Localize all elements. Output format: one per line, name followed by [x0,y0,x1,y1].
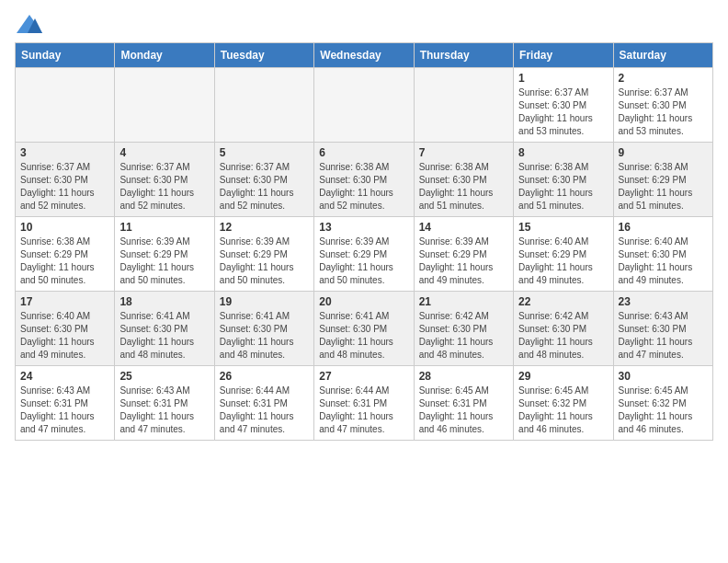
day-number: 20 [319,295,408,308]
day-number: 30 [619,370,708,383]
day-number: 14 [419,221,508,234]
day-info: Sunrise: 6:39 AM Sunset: 6:29 PM Dayligh… [319,236,408,287]
day-info: Sunrise: 6:42 AM Sunset: 6:30 PM Dayligh… [518,310,608,362]
calendar-cell: 2Sunrise: 6:37 AM Sunset: 6:30 PM Daylig… [613,68,712,143]
day-number: 29 [518,370,608,383]
day-info: Sunrise: 6:43 AM Sunset: 6:30 PM Dayligh… [619,310,708,362]
day-number: 28 [419,370,508,383]
day-number: 23 [619,295,708,308]
calendar-cell: 1Sunrise: 6:37 AM Sunset: 6:30 PM Daylig… [514,68,613,143]
day-info: Sunrise: 6:40 AM Sunset: 6:30 PM Dayligh… [20,310,109,362]
day-info: Sunrise: 6:37 AM Sunset: 6:30 PM Dayligh… [518,86,608,138]
calendar-cell: 3Sunrise: 6:37 AM Sunset: 6:30 PM Daylig… [16,143,115,217]
day-number: 12 [220,221,309,234]
calendar-cell: 18Sunrise: 6:41 AM Sunset: 6:30 PM Dayli… [115,292,214,366]
weekday-header: Saturday [613,43,712,68]
calendar-cell: 30Sunrise: 6:45 AM Sunset: 6:32 PM Dayli… [613,366,712,441]
day-number: 3 [20,146,109,159]
calendar-week-row: 1Sunrise: 6:37 AM Sunset: 6:30 PM Daylig… [16,68,713,143]
day-info: Sunrise: 6:43 AM Sunset: 6:31 PM Dayligh… [119,385,209,436]
calendar-header-row: SundayMondayTuesdayWednesdayThursdayFrid… [16,43,713,68]
day-info: Sunrise: 6:44 AM Sunset: 6:31 PM Dayligh… [319,385,408,436]
day-info: Sunrise: 6:45 AM Sunset: 6:32 PM Dayligh… [619,385,708,436]
day-number: 10 [20,221,109,234]
calendar-cell: 8Sunrise: 6:38 AM Sunset: 6:30 PM Daylig… [514,143,613,217]
day-info: Sunrise: 6:38 AM Sunset: 6:29 PM Dayligh… [20,236,109,287]
day-number: 22 [518,295,608,308]
calendar-cell: 26Sunrise: 6:44 AM Sunset: 6:31 PM Dayli… [214,366,313,441]
calendar-cell: 22Sunrise: 6:42 AM Sunset: 6:30 PM Dayli… [514,292,613,366]
day-number: 16 [619,221,708,234]
day-info: Sunrise: 6:38 AM Sunset: 6:30 PM Dayligh… [419,161,508,213]
calendar-cell: 13Sunrise: 6:39 AM Sunset: 6:29 PM Dayli… [314,217,414,292]
calendar-cell [16,68,115,143]
day-info: Sunrise: 6:45 AM Sunset: 6:31 PM Dayligh… [419,385,508,436]
day-info: Sunrise: 6:38 AM Sunset: 6:30 PM Dayligh… [319,161,408,213]
calendar-cell: 5Sunrise: 6:37 AM Sunset: 6:30 PM Daylig… [214,143,313,217]
calendar-cell: 24Sunrise: 6:43 AM Sunset: 6:31 PM Dayli… [16,366,115,441]
day-info: Sunrise: 6:41 AM Sunset: 6:30 PM Dayligh… [119,310,209,362]
day-number: 21 [419,295,508,308]
day-info: Sunrise: 6:42 AM Sunset: 6:30 PM Dayligh… [419,310,508,362]
calendar-cell [115,68,214,143]
day-info: Sunrise: 6:45 AM Sunset: 6:32 PM Dayligh… [518,385,608,436]
calendar-cell: 15Sunrise: 6:40 AM Sunset: 6:29 PM Dayli… [514,217,613,292]
day-number: 19 [220,295,309,308]
calendar-cell: 9Sunrise: 6:38 AM Sunset: 6:29 PM Daylig… [613,143,712,217]
day-info: Sunrise: 6:41 AM Sunset: 6:30 PM Dayligh… [220,310,309,362]
weekday-header: Friday [514,43,613,68]
day-info: Sunrise: 6:43 AM Sunset: 6:31 PM Dayligh… [20,385,109,436]
day-number: 25 [119,370,209,383]
calendar-cell [214,68,313,143]
calendar-body: 1Sunrise: 6:37 AM Sunset: 6:30 PM Daylig… [16,68,713,441]
day-number: 8 [518,146,608,159]
calendar-cell: 17Sunrise: 6:40 AM Sunset: 6:30 PM Dayli… [16,292,115,366]
weekday-header: Monday [115,43,214,68]
day-info: Sunrise: 6:40 AM Sunset: 6:29 PM Dayligh… [518,236,608,287]
day-number: 2 [619,72,708,85]
day-info: Sunrise: 6:39 AM Sunset: 6:29 PM Dayligh… [220,236,309,287]
calendar-cell: 25Sunrise: 6:43 AM Sunset: 6:31 PM Dayli… [115,366,214,441]
logo [15,15,42,33]
logo-icon [17,15,42,33]
calendar-cell: 16Sunrise: 6:40 AM Sunset: 6:30 PM Dayli… [613,217,712,292]
calendar-cell: 27Sunrise: 6:44 AM Sunset: 6:31 PM Dayli… [314,366,414,441]
day-number: 4 [119,146,209,159]
calendar-cell: 28Sunrise: 6:45 AM Sunset: 6:31 PM Dayli… [414,366,513,441]
day-info: Sunrise: 6:37 AM Sunset: 6:30 PM Dayligh… [220,161,309,213]
day-number: 9 [619,146,708,159]
day-number: 27 [319,370,408,383]
calendar-cell: 4Sunrise: 6:37 AM Sunset: 6:30 PM Daylig… [115,143,214,217]
calendar-week-row: 24Sunrise: 6:43 AM Sunset: 6:31 PM Dayli… [16,366,713,441]
day-number: 6 [319,146,408,159]
day-info: Sunrise: 6:37 AM Sunset: 6:30 PM Dayligh… [619,86,708,138]
day-info: Sunrise: 6:41 AM Sunset: 6:30 PM Dayligh… [319,310,408,362]
weekday-header: Tuesday [214,43,313,68]
calendar-cell [414,68,513,143]
day-number: 13 [319,221,408,234]
calendar-cell: 10Sunrise: 6:38 AM Sunset: 6:29 PM Dayli… [16,217,115,292]
calendar-cell [314,68,414,143]
weekday-header: Sunday [16,43,115,68]
day-info: Sunrise: 6:38 AM Sunset: 6:30 PM Dayligh… [518,161,608,213]
calendar-cell: 20Sunrise: 6:41 AM Sunset: 6:30 PM Dayli… [314,292,414,366]
calendar-cell: 23Sunrise: 6:43 AM Sunset: 6:30 PM Dayli… [613,292,712,366]
weekday-header: Wednesday [314,43,414,68]
calendar-week-row: 17Sunrise: 6:40 AM Sunset: 6:30 PM Dayli… [16,292,713,366]
day-number: 1 [518,72,608,85]
weekday-header: Thursday [414,43,513,68]
day-info: Sunrise: 6:39 AM Sunset: 6:29 PM Dayligh… [419,236,508,287]
calendar-cell: 11Sunrise: 6:39 AM Sunset: 6:29 PM Dayli… [115,217,214,292]
day-number: 24 [20,370,109,383]
page-header [15,15,713,33]
day-info: Sunrise: 6:40 AM Sunset: 6:30 PM Dayligh… [619,236,708,287]
day-number: 15 [518,221,608,234]
calendar-week-row: 10Sunrise: 6:38 AM Sunset: 6:29 PM Dayli… [16,217,713,292]
calendar-cell: 14Sunrise: 6:39 AM Sunset: 6:29 PM Dayli… [414,217,513,292]
day-number: 11 [119,221,209,234]
day-number: 18 [119,295,209,308]
day-number: 26 [220,370,309,383]
day-info: Sunrise: 6:44 AM Sunset: 6:31 PM Dayligh… [220,385,309,436]
day-number: 17 [20,295,109,308]
day-number: 7 [419,146,508,159]
